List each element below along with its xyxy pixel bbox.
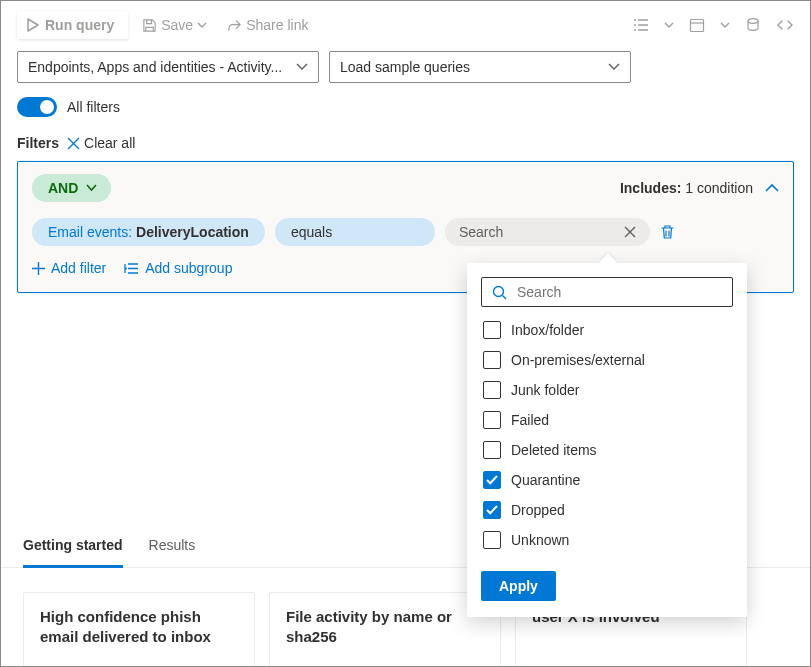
add-subgroup-label: Add subgroup <box>145 260 232 276</box>
play-icon <box>27 18 39 32</box>
svg-point-2 <box>494 286 504 296</box>
chevron-down-icon <box>86 184 97 192</box>
option-label: Quarantine <box>511 472 580 488</box>
tab-results[interactable]: Results <box>149 527 196 567</box>
condition-field-prefix: Email events: <box>48 224 132 240</box>
add-filter-label: Add filter <box>51 260 106 276</box>
checkbox-icon <box>483 531 501 549</box>
share-link-label: Share link <box>246 17 308 33</box>
search-icon <box>492 285 507 300</box>
condition-field-pill[interactable]: Email events: DeliveryLocation <box>32 218 265 246</box>
query-save-icon[interactable] <box>744 16 762 34</box>
scope-row: Endpoints, Apps and identities - Activit… <box>1 47 810 93</box>
code-icon[interactable] <box>776 16 794 34</box>
svg-point-1 <box>748 19 758 24</box>
logic-operator-pill[interactable]: AND <box>32 174 111 202</box>
option-label: Dropped <box>511 502 565 518</box>
chevron-down-icon <box>608 63 620 71</box>
scope-dropdown[interactable]: Endpoints, Apps and identities - Activit… <box>17 51 319 83</box>
all-filters-toggle[interactable] <box>17 97 57 117</box>
card-title: File activity by name or sha256 <box>286 608 452 645</box>
option-deleted-items[interactable]: Deleted items <box>483 441 731 459</box>
scope-dropdown-text: Endpoints, Apps and identities - Activit… <box>28 59 282 75</box>
clear-all-button[interactable]: Clear all <box>67 135 135 151</box>
checkbox-icon <box>483 411 501 429</box>
chevron-down-icon <box>296 63 308 71</box>
option-dropped[interactable]: Dropped <box>483 501 731 519</box>
add-subgroup-button[interactable]: Add subgroup <box>124 260 232 276</box>
share-icon <box>227 18 242 33</box>
clear-value-icon[interactable] <box>624 226 636 238</box>
chevron-down-icon[interactable] <box>664 16 674 34</box>
option-label: Deleted items <box>511 442 597 458</box>
option-failed[interactable]: Failed <box>483 411 731 429</box>
includes-summary: Includes: 1 condition <box>620 180 779 196</box>
save-icon <box>142 18 157 33</box>
option-label: Junk folder <box>511 382 579 398</box>
close-icon <box>67 137 80 150</box>
condition-operator-pill[interactable]: equals <box>275 218 435 246</box>
option-label: Failed <box>511 412 549 428</box>
popup-search-input[interactable] <box>515 283 722 301</box>
checkbox-checked-icon <box>483 501 501 519</box>
option-label: Unknown <box>511 532 569 548</box>
sample-queries-dropdown[interactable]: Load sample queries <box>329 51 631 83</box>
calendar-icon[interactable] <box>688 16 706 34</box>
logic-operator-label: AND <box>48 180 78 196</box>
checkbox-icon <box>483 351 501 369</box>
query-template-card[interactable]: High confidence phish email delivered to… <box>23 592 255 668</box>
condition-field-name: DeliveryLocation <box>136 224 249 240</box>
filters-header-row: Filters Clear all <box>1 127 810 161</box>
share-link-button[interactable]: Share link <box>221 13 314 37</box>
includes-label: Includes: <box>620 180 681 196</box>
option-quarantine[interactable]: Quarantine <box>483 471 731 489</box>
option-label: Inbox/folder <box>511 322 584 338</box>
svg-rect-0 <box>691 20 704 32</box>
all-filters-label: All filters <box>67 99 120 115</box>
option-on-premises-external[interactable]: On-premises/external <box>483 351 731 369</box>
clear-all-label: Clear all <box>84 135 135 151</box>
checkbox-icon <box>483 381 501 399</box>
run-query-button[interactable]: Run query <box>17 11 128 39</box>
filters-title: Filters <box>17 135 59 151</box>
plus-icon <box>32 262 45 275</box>
list-icon[interactable] <box>632 16 650 34</box>
option-label: On-premises/external <box>511 352 645 368</box>
delete-condition-button[interactable] <box>660 224 675 240</box>
save-label: Save <box>161 17 193 33</box>
all-filters-row: All filters <box>1 93 810 127</box>
subgroup-icon <box>124 262 139 275</box>
checkbox-icon <box>483 441 501 459</box>
option-inbox-folder[interactable]: Inbox/folder <box>483 321 731 339</box>
panel-header: AND Includes: 1 condition <box>32 174 779 202</box>
run-query-label: Run query <box>45 17 114 33</box>
popup-search-box[interactable] <box>481 277 733 307</box>
tab-label: Getting started <box>23 537 123 553</box>
tab-label: Results <box>149 537 196 553</box>
condition-operator-label: equals <box>291 224 332 240</box>
condition-row: Email events: DeliveryLocation equals Se… <box>32 218 779 246</box>
sample-queries-text: Load sample queries <box>340 59 470 75</box>
collapse-panel-button[interactable] <box>765 183 779 193</box>
chevron-down-icon <box>197 22 207 29</box>
condition-value-pill[interactable]: Search <box>445 218 650 246</box>
save-button[interactable]: Save <box>136 13 213 37</box>
checkbox-icon <box>483 321 501 339</box>
apply-label: Apply <box>499 578 538 594</box>
value-picker-popup: Inbox/folder On-premises/external Junk f… <box>467 263 747 617</box>
checkbox-checked-icon <box>483 471 501 489</box>
apply-button[interactable]: Apply <box>481 571 556 601</box>
popup-option-list: Inbox/folder On-premises/external Junk f… <box>481 319 733 557</box>
add-filter-button[interactable]: Add filter <box>32 260 106 276</box>
top-toolbar: Run query Save Share link <box>1 1 810 47</box>
option-unknown[interactable]: Unknown <box>483 531 731 549</box>
toolbar-right-group <box>632 16 794 34</box>
condition-value-placeholder: Search <box>459 224 503 240</box>
card-title: High confidence phish email delivered to… <box>40 608 211 645</box>
chevron-down-icon[interactable] <box>720 16 730 34</box>
option-junk-folder[interactable]: Junk folder <box>483 381 731 399</box>
tab-getting-started[interactable]: Getting started <box>23 527 123 568</box>
includes-count: 1 condition <box>685 180 753 196</box>
